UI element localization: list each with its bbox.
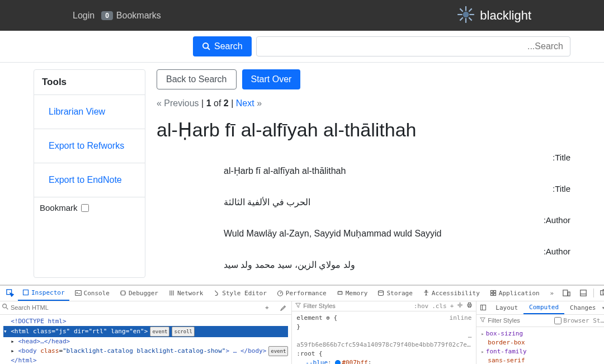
bookmark-label: Bookmark	[40, 203, 78, 212]
search-input[interactable]	[256, 36, 570, 56]
dom-panel: + <!DOCTYPE html> ▾ <html class="js" dir…	[0, 301, 292, 364]
styles-filter-input[interactable]	[303, 302, 342, 309]
cls-toggle[interactable]: .cls	[432, 302, 447, 310]
tree-body-element[interactable]: ▸ <body class="blacklight-catalog blackl…	[3, 346, 288, 356]
selector-target-icon[interactable]: ⊕	[326, 314, 330, 322]
back-to-search-button[interactable]: Back to Search	[157, 69, 237, 89]
svg-point-24	[426, 290, 427, 291]
svg-line-5	[469, 17, 472, 20]
separator: |	[201, 98, 204, 108]
stylesheet-source[interactable]: …a59fb6e866b7cfc594a140978c79f40be4bbb77…	[296, 332, 471, 349]
svg-rect-19	[338, 292, 342, 295]
inspect-element-icon[interactable]	[3, 286, 17, 300]
sidebar-item-label: Export to EndNote	[49, 175, 122, 185]
svg-rect-27	[490, 294, 493, 296]
toggle-panel-icon[interactable]	[476, 301, 490, 314]
sidebar-item-librarian-view[interactable]: Librarian View	[34, 95, 145, 129]
tree-html-close[interactable]: </html>	[3, 356, 288, 364]
print-mode-icon[interactable]	[466, 302, 473, 310]
dom-tree[interactable]: <!DOCTYPE html> ▾ <html class="js" dir="…	[0, 315, 291, 364]
computed-panel: Layout Computed Changes ▾ Browser St… bo…	[476, 301, 604, 364]
devtools-tab-memory[interactable]: Memory	[332, 286, 372, 301]
of-label: of	[214, 98, 221, 108]
scroll-badge[interactable]: scroll	[172, 327, 195, 337]
bookmark-toggle[interactable]: Bookmark	[34, 197, 145, 218]
bookmarks-link[interactable]: 0 Bookmarks	[101, 11, 161, 21]
bookmarks-count-badge: 0	[101, 11, 113, 20]
light-mode-icon[interactable]	[457, 302, 463, 310]
devtools-tabbar: Inspector Console Debugger Network Style…	[0, 286, 604, 301]
svg-line-6	[460, 17, 463, 20]
devtools-tab-storage[interactable]: Storage	[373, 286, 417, 301]
brand-icon	[456, 5, 475, 26]
devtools-tab-console[interactable]: Console	[70, 286, 114, 301]
browser-styles-toggle[interactable]: Browser St…	[554, 317, 604, 324]
top-buttons: Back to Search Start Over	[157, 69, 570, 89]
svg-line-36	[6, 308, 8, 309]
devtools-tab-performance[interactable]: Performance	[272, 286, 331, 301]
sidebar-item-export-endnote[interactable]: Export to EndNote	[34, 163, 145, 197]
sidebar-heading: Tools	[34, 70, 145, 95]
right-tab-changes[interactable]: Changes	[564, 301, 601, 314]
sidebar-item-label: Librarian View	[49, 107, 105, 116]
bookmarks-label: Bookmarks	[116, 11, 161, 21]
svg-rect-26	[494, 291, 496, 293]
sidebar-item-label: Export to Refworks	[49, 141, 124, 150]
inline-label: inline	[450, 314, 472, 323]
devtools-overflow-icon[interactable]: »	[545, 286, 559, 300]
svg-rect-31	[580, 290, 586, 296]
devtools-tab-style-editor[interactable]: Style Editor	[209, 286, 271, 301]
field-label: :Title	[157, 153, 570, 166]
search-button[interactable]: Search	[193, 36, 252, 56]
event-badge[interactable]: event	[268, 346, 288, 356]
computed-list[interactable]: box-sizingborder-boxfont-familysans-seri…	[476, 327, 604, 364]
next-link[interactable]: Next	[236, 98, 254, 108]
svg-rect-29	[563, 290, 568, 296]
devtools-tab-inspector[interactable]: Inspector	[18, 286, 69, 301]
devtools-tab-debugger[interactable]: Debugger	[115, 286, 163, 301]
tools-sidebar: Tools Librarian View Export to Refworks …	[34, 69, 145, 278]
field-value: Wuld Mawlāy al-Zayn, Sayyid Muḥammad wul…	[157, 228, 570, 247]
svg-rect-14	[121, 291, 125, 296]
svg-point-9	[203, 43, 208, 48]
svg-rect-28	[494, 294, 496, 296]
bookmark-checkbox[interactable]	[81, 204, 89, 212]
sidebar-item-export-refworks[interactable]: Export to Refworks	[34, 129, 145, 163]
svg-rect-30	[568, 292, 570, 296]
event-badge[interactable]: event	[150, 327, 169, 337]
top-nav-left: Login 0 Bookmarks	[73, 11, 161, 21]
svg-point-8	[463, 11, 469, 17]
right-tab-layout[interactable]: Layout	[490, 301, 523, 314]
devtools-tab-accessibility[interactable]: Accessibility	[418, 286, 484, 301]
eyedropper-icon[interactable]	[276, 301, 289, 314]
filter-icon	[295, 302, 301, 310]
main-content: Back to Search Start Over « Previous | 1…	[157, 69, 570, 278]
field-label: :Author	[157, 247, 570, 259]
svg-point-37	[459, 304, 461, 306]
svg-rect-44	[469, 306, 471, 308]
chevron-down-icon[interactable]: ▾	[601, 304, 604, 311]
tree-html-element[interactable]: ▾ <html class="js" dir="rtl" lang="en">e…	[3, 326, 288, 337]
start-over-button[interactable]: Start Over	[242, 69, 301, 89]
separate-window-icon[interactable]	[597, 286, 604, 300]
brand[interactable]: blacklight	[456, 5, 593, 26]
hov-toggle[interactable]: :hov	[414, 302, 429, 310]
dom-search: +	[0, 301, 291, 315]
new-rule-icon[interactable]: +	[450, 302, 454, 310]
page-total: 2	[224, 98, 229, 108]
responsive-mode-icon[interactable]	[560, 286, 573, 300]
svg-point-23	[379, 291, 384, 292]
devtools-tab-network[interactable]: Network	[164, 286, 207, 301]
browser-styles-checkbox[interactable]	[554, 317, 561, 324]
dock-side-icon[interactable]	[577, 286, 590, 300]
tree-doctype[interactable]: <!DOCTYPE html>	[3, 317, 288, 326]
computed-filter-input[interactable]	[488, 317, 521, 324]
styles-rules[interactable]: element ⊕ { inline } …a59fb6e866b7cfc594…	[292, 311, 476, 364]
login-link[interactable]: Login	[73, 11, 95, 21]
devtools-tab-application[interactable]: Application	[485, 286, 544, 301]
dom-search-input[interactable]	[11, 304, 258, 311]
tree-head-element[interactable]: ▸ <head>…</head>	[3, 337, 288, 346]
right-tab-computed[interactable]: Computed	[523, 301, 564, 314]
add-node-icon[interactable]: +	[260, 301, 273, 314]
element-selector: element	[296, 314, 322, 322]
